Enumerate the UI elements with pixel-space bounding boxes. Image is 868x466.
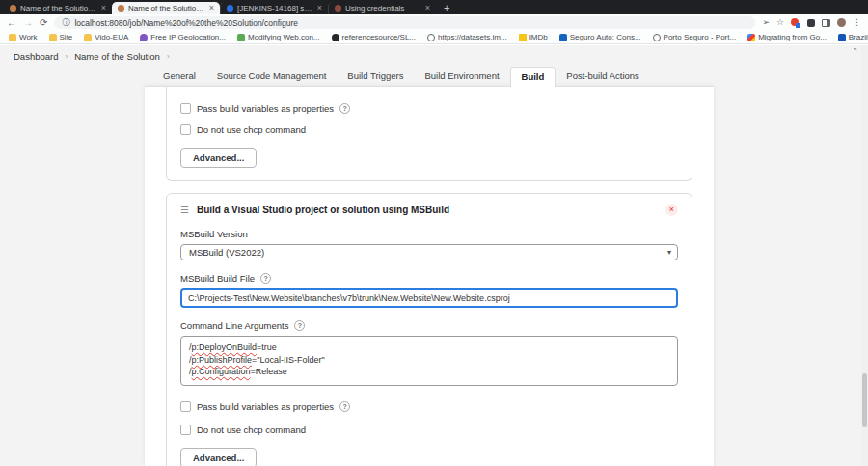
jenkins-docs-favicon [335, 5, 341, 12]
drag-handle-icon[interactable]: ☰ [180, 205, 189, 215]
close-icon[interactable]: × [101, 4, 106, 13]
profile-avatar[interactable] [837, 18, 846, 27]
refresh-icon[interactable]: ⟳ [40, 18, 47, 28]
bookmark-label: referencesource/SL... [342, 33, 416, 41]
help-icon[interactable]: ? [339, 401, 350, 412]
tab-title: Name of the Solution Config [Je [128, 4, 205, 13]
scrollbar-thumb[interactable] [862, 373, 867, 427]
do-not-use-chcp-checkbox[interactable] [180, 124, 191, 135]
globe-icon [653, 34, 661, 41]
jenkins-page: Dashboard › Name of the Solution › ⌃ Gen… [0, 45, 868, 466]
msbuild-build-file-input[interactable] [180, 288, 678, 308]
bookmark-item[interactable]: Vido-EUA [84, 33, 128, 41]
advanced-button[interactable]: Advanced... [180, 448, 257, 466]
page-icon [237, 34, 245, 41]
breadcrumb-dashboard[interactable]: Dashboard [14, 51, 58, 62]
extension-icon[interactable] [791, 18, 800, 28]
bookmark-item[interactable]: Porto Seguro - Port... [653, 33, 737, 41]
chevron-right-icon: › [65, 52, 68, 61]
step-header: ☰ Build a Visual Studio project or solut… [180, 204, 678, 216]
pin-icon [140, 34, 148, 41]
bookmarks-bar: Work Site Vido-EUA Free IP Geolocation..… [0, 31, 868, 44]
bookmark-label: Migrating from Go... [758, 33, 827, 41]
tab-build-environment[interactable]: Build Environment [414, 67, 509, 86]
back-icon[interactable]: ← [7, 18, 16, 28]
site-info-icon[interactable]: ⓘ [62, 17, 69, 28]
bookmark-item[interactable]: Site [49, 33, 73, 41]
folder-icon [84, 34, 92, 41]
advanced-button[interactable]: Advanced... [180, 148, 257, 168]
help-icon[interactable]: ? [260, 273, 271, 284]
tab-post-build-actions[interactable]: Post-build Actions [556, 67, 650, 86]
menu-kebab-icon[interactable]: ⋮ [853, 18, 861, 27]
chevron-right-icon: › [167, 52, 170, 61]
tab-title: Using credentials [345, 4, 421, 13]
address-bar[interactable]: ⓘ localhost:8080/job/Name%20of%20the%20S… [54, 16, 755, 29]
bookmark-label: Modifying Web.con... [248, 33, 320, 41]
side-panel-icon[interactable] [822, 19, 830, 27]
msbuild-step-card: ☰ Build a Visual Studio project or solut… [166, 193, 692, 466]
flag-icon [838, 34, 846, 41]
scrollbar-track[interactable] [861, 45, 868, 466]
tab-general[interactable]: General [152, 67, 206, 86]
bookmark-item[interactable]: Free IP Geolocation... [140, 33, 226, 41]
drive-icon [747, 34, 755, 41]
github-icon [332, 34, 339, 41]
share-icon[interactable]: ➢ [762, 18, 770, 27]
browser-tab-active[interactable]: Name of the Solution Config [Je × [112, 2, 220, 14]
bookmark-label: Free IP Geolocation... [150, 33, 226, 41]
chevron-up-icon[interactable]: ⌃ [852, 47, 858, 56]
browser-tab[interactable]: Name of the Solution Config [Je × [4, 2, 112, 14]
bookmark-item[interactable]: Seguro Auto: Cons... [559, 33, 641, 41]
field-label-row: Command Line Arguments ? [180, 320, 678, 331]
field-label-row: MSBuild Build File ? [180, 273, 678, 284]
config-content: General Source Code Management Build Tri… [145, 64, 714, 466]
bookmark-label: Porto Seguro - Port... [664, 33, 737, 41]
pass-build-variables-checkbox[interactable] [180, 103, 191, 114]
help-icon[interactable]: ? [339, 103, 350, 114]
help-icon[interactable]: ? [294, 320, 305, 331]
bookmark-label: Seguro Auto: Cons... [570, 33, 641, 41]
delete-step-icon[interactable]: × [665, 204, 678, 216]
close-icon[interactable]: × [425, 4, 430, 13]
bookmark-item[interactable]: https://datasets.im... [427, 33, 507, 41]
bookmark-label: Brazil Country Code... [849, 33, 868, 41]
do-not-use-chcp-checkbox[interactable] [180, 425, 191, 435]
bookmark-star-icon[interactable]: ☆ [776, 18, 784, 27]
argument-line: /p:PublishProfile="Local-IIS-Folder" [189, 354, 669, 367]
bookmark-item[interactable]: referencesource/SL... [332, 33, 416, 41]
checkbox-row: Do not use chcp command [180, 425, 678, 435]
tab-build-triggers[interactable]: Build Triggers [337, 67, 414, 86]
bookmark-item[interactable]: Work [9, 33, 38, 41]
bookmark-item[interactable]: Migrating from Go... [747, 33, 827, 41]
forward-icon[interactable]: → [23, 18, 33, 28]
config-tab-bar: General Source Code Management Build Tri… [145, 64, 714, 86]
checkbox-label: Do not use chcp command [197, 124, 306, 135]
chevron-down-icon: ▾ [667, 248, 671, 257]
close-icon[interactable]: × [317, 4, 322, 13]
config-panel: Pass build variables as properties ? Do … [145, 86, 714, 466]
breadcrumb-job-name[interactable]: Name of the Solution [74, 51, 160, 62]
browser-tab[interactable]: [JENKINS-14168] scm-sync-con × [220, 2, 328, 14]
extensions-icon[interactable] [807, 19, 815, 27]
new-tab-button[interactable]: + [444, 2, 449, 14]
build-step-card-partial: Pass build variables as properties ? Do … [166, 87, 692, 181]
bookmark-item[interactable]: Brazil Country Code... [838, 33, 868, 41]
bookmark-item[interactable]: IMDb [519, 33, 548, 41]
folder-icon [9, 34, 16, 41]
command-line-arguments-label: Command Line Arguments [180, 320, 288, 331]
msbuild-build-file-label: MSBuild Build File [180, 273, 255, 284]
extension-badge-blue [796, 23, 800, 28]
bookmark-item[interactable]: Modifying Web.con... [237, 33, 320, 41]
argument-line: /p:DeployOnBuild=true [189, 342, 669, 354]
pass-build-variables-checkbox[interactable] [180, 401, 191, 412]
breadcrumb: Dashboard › Name of the Solution › [14, 50, 170, 63]
spellchecked-word: p:DeployOnBuild [192, 343, 258, 352]
command-line-arguments-textarea[interactable]: /p:DeployOnBuild=true /p:PublishProfile=… [180, 336, 678, 386]
tab-source-code-management[interactable]: Source Code Management [206, 67, 338, 86]
tab-build[interactable]: Build [510, 67, 556, 87]
close-icon[interactable]: × [209, 4, 214, 13]
msbuild-version-select[interactable]: MSBuild (VS2022) ▾ [180, 244, 678, 260]
browser-tab[interactable]: Using credentials × [328, 2, 436, 14]
msbuild-version-label: MSBuild Version [180, 229, 248, 239]
